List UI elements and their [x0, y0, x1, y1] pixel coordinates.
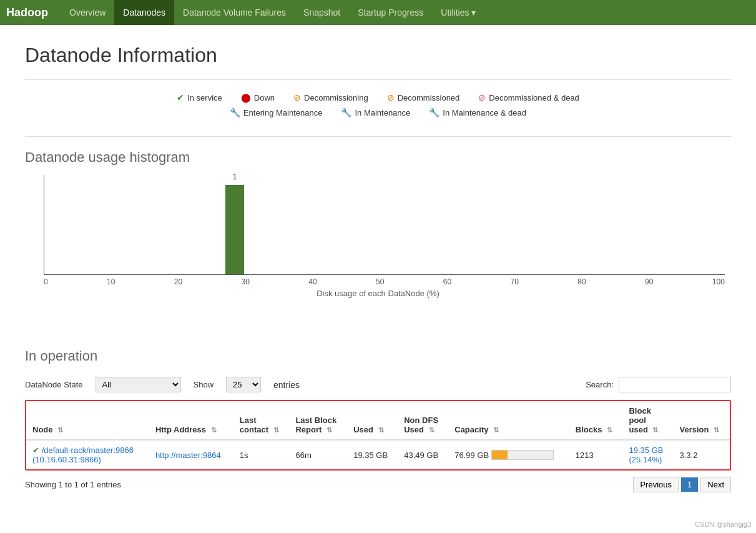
- cell-nondfsused: 43.49 GB: [398, 440, 448, 469]
- col-lastcontact[interactable]: Lastcontact ⇅: [233, 401, 290, 440]
- current-page[interactable]: 1: [681, 477, 698, 492]
- decommissioned-dead-icon: ⊘: [478, 92, 486, 102]
- legend-down-label: Down: [254, 93, 275, 102]
- col-lastblockreport[interactable]: Last BlockReport ⇅: [289, 401, 347, 440]
- x-axis-title: Disk usage of each DataNode (%): [25, 289, 731, 298]
- cell-used: 19.35 GB: [347, 440, 398, 469]
- cell-version: 3.3.2: [674, 440, 730, 469]
- col-http[interactable]: Http Address ⇅: [149, 401, 233, 440]
- next-button[interactable]: Next: [700, 477, 731, 492]
- histogram-title: Datanode usage histogram: [25, 149, 731, 166]
- legend-decommissioned-label: Decommissioned: [398, 93, 460, 102]
- legend-decommissioning-label: Decommissioning: [304, 93, 368, 102]
- legend-inservice: ✔ In service: [177, 92, 222, 102]
- in-operation-section: In operation DataNode State All In Servi…: [25, 348, 731, 492]
- nav-datanodes[interactable]: Datanodes: [114, 0, 174, 25]
- legend-decommissioned: ⊘ Decommissioned: [387, 92, 460, 102]
- cell-blocks: 1213: [569, 440, 623, 469]
- legend-entering-maint-label: Entering Maintenance: [243, 108, 322, 117]
- table-header-row: Node ⇅ Http Address ⇅ Lastcontact ⇅ Last…: [26, 401, 730, 440]
- http-link[interactable]: http://master:9864: [155, 451, 221, 460]
- decommissioned-icon: ⊘: [387, 92, 395, 102]
- nav-overview[interactable]: Overview: [61, 0, 114, 25]
- nav-snapshot[interactable]: Snapshot: [295, 0, 349, 25]
- legend-in-maint-dead-label: In Maintenance & dead: [443, 108, 526, 117]
- previous-button[interactable]: Previous: [633, 477, 679, 492]
- entering-maint-icon: 🔧: [230, 107, 240, 117]
- node-link[interactable]: /default-rack/master:9866(10.16.60.31:98…: [32, 446, 134, 464]
- cell-lastblockreport: 66m: [289, 440, 347, 469]
- col-used[interactable]: Used ⇅: [347, 401, 398, 440]
- x-label-0: 0: [44, 277, 48, 286]
- navbar: Hadoop Overview Datanodes Datanode Volum…: [0, 0, 756, 25]
- col-nondfsused[interactable]: Non DFSUsed ⇅: [398, 401, 448, 440]
- x-label-60: 60: [443, 277, 451, 286]
- in-operation-title: In operation: [25, 348, 731, 364]
- legend-row-1: ✔ In service ⬤ Down ⊘ Decommissioning ⊘ …: [25, 92, 731, 102]
- legend-decommissioned-dead-label: Decommissioned & dead: [489, 93, 579, 102]
- show-label: Show: [194, 380, 214, 389]
- x-label-90: 90: [645, 277, 653, 286]
- nav-startup-progress[interactable]: Startup Progress: [349, 0, 432, 25]
- cell-http: http://master:9864: [149, 440, 233, 469]
- x-label-20: 20: [174, 277, 182, 286]
- x-label-30: 30: [242, 277, 250, 286]
- x-label-50: 50: [376, 277, 384, 286]
- bar-value-0: 1: [233, 172, 237, 181]
- legend-decommissioning: ⊘ Decommissioning: [293, 92, 368, 102]
- x-label-40: 40: [308, 277, 317, 286]
- col-node[interactable]: Node ⇅: [26, 401, 149, 440]
- legend-in-maint: 🔧 In Maintenance: [341, 107, 410, 117]
- table-footer: Showing 1 to 1 of 1 entries Previous 1 N…: [25, 477, 731, 492]
- x-label-70: 70: [511, 277, 519, 286]
- table-row: ✔ /default-rack/master:9866(10.16.60.31:…: [26, 440, 730, 469]
- col-blockpoolused[interactable]: Blockpoolused ⇅: [622, 401, 673, 440]
- col-version[interactable]: Version ⇅: [674, 401, 730, 440]
- inservice-icon: ✔: [177, 92, 184, 102]
- capacity-bar-fill: [492, 451, 508, 459]
- main-content: Datanode Information ✔ In service ⬤ Down…: [0, 25, 756, 511]
- pagination: Previous 1 Next: [633, 477, 731, 492]
- x-axis-labels: 0 10 20 30 40 50 60 70 80 90 100: [44, 277, 725, 286]
- page-title: Datanode Information: [25, 44, 731, 67]
- search-label: Search:: [586, 380, 614, 389]
- datanodes-table: Node ⇅ Http Address ⇅ Lastcontact ⇅ Last…: [26, 401, 730, 469]
- nav-datanode-volume-failures[interactable]: Datanode Volume Failures: [174, 0, 295, 25]
- state-select[interactable]: All In Service Down Decommissioning Deco…: [96, 377, 181, 392]
- histogram-area: 1: [44, 175, 725, 275]
- state-label: DataNode State: [25, 380, 83, 389]
- entries-label: entries: [273, 380, 300, 390]
- legend-down: ⬤ Down: [241, 92, 275, 102]
- col-blocks[interactable]: Blocks ⇅: [569, 401, 623, 440]
- table-controls: DataNode State All In Service Down Decom…: [25, 377, 731, 392]
- col-capacity[interactable]: Capacity ⇅: [448, 401, 569, 440]
- cell-lastcontact: 1s: [233, 440, 290, 469]
- table-wrapper: Node ⇅ Http Address ⇅ Lastcontact ⇅ Last…: [25, 400, 731, 471]
- cell-capacity: 76.99 GB: [448, 440, 569, 469]
- histogram-container: 1 0 10 20 30 40 50 60 70 80 90 100 Disk …: [25, 175, 731, 323]
- decommissioning-icon: ⊘: [293, 92, 301, 102]
- capacity-bar: 76.99 GB: [454, 450, 563, 460]
- legend-decommissioned-dead: ⊘ Decommissioned & dead: [478, 92, 579, 102]
- x-label-80: 80: [577, 277, 586, 286]
- in-maint-dead-icon: 🔧: [429, 107, 439, 117]
- search-input[interactable]: [619, 377, 731, 392]
- x-label-10: 10: [107, 277, 115, 286]
- divider-legend: [25, 136, 731, 137]
- legend-inservice-label: In service: [187, 93, 222, 102]
- in-maint-icon: 🔧: [341, 107, 351, 117]
- legend: ✔ In service ⬤ Down ⊘ Decommissioning ⊘ …: [25, 92, 731, 117]
- brand-logo: Hadoop: [6, 6, 48, 19]
- legend-in-maint-label: In Maintenance: [355, 108, 410, 117]
- showing-entries: Showing 1 to 1 of 1 entries: [25, 480, 121, 489]
- divider-title: [25, 79, 731, 80]
- legend-row-2: 🔧 Entering Maintenance 🔧 In Maintenance …: [25, 107, 731, 117]
- search-area: Search:: [586, 377, 731, 392]
- cell-node: ✔ /default-rack/master:9866(10.16.60.31:…: [26, 440, 149, 469]
- show-select[interactable]: 10 25 50 100: [226, 377, 261, 392]
- x-label-100: 100: [712, 277, 725, 286]
- nav-utilities[interactable]: Utilities ▾: [432, 0, 484, 25]
- legend-in-maint-dead: 🔧 In Maintenance & dead: [429, 107, 526, 117]
- legend-entering-maint: 🔧 Entering Maintenance: [230, 107, 322, 117]
- down-icon: ⬤: [241, 92, 251, 102]
